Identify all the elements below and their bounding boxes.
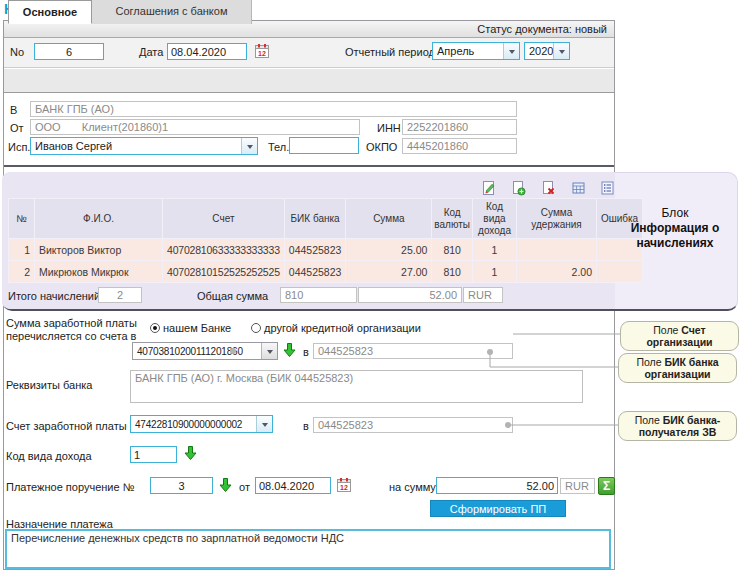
totals-currency-code-field: 810 [280,287,357,303]
to-label: В [10,104,17,117]
col-withhold: Сумма удержания [517,199,597,239]
radio-our-bank[interactable]: нашем Банке [150,322,231,334]
in-label: в [303,420,309,433]
section-divider [4,165,614,167]
generate-payment-order-button[interactable]: Сформировать ПП [430,500,566,517]
transfer-label-line2: перечисляется со счета в [6,330,136,343]
totals-count-field: 2 [98,287,142,303]
inn-label: ИНН [377,122,401,135]
payment-order-label: Платежное поручение № [6,481,134,494]
svg-text:12: 12 [340,484,348,491]
callout-org-bik: Поле БИК банка организации [618,353,737,383]
col-account: Счет [163,199,285,239]
totals-count-label: Итого начислений [8,290,100,303]
tab-strip [4,69,614,93]
salary-bik-field: 044525823 [313,417,513,433]
org-account-select[interactable]: 40703810200111201860 [132,342,278,360]
income-code-label: Код вида дохода [6,450,92,463]
payment-currency-field: RUR [560,478,595,494]
chevron-down-icon[interactable] [553,43,569,59]
edit-row-icon[interactable] [481,180,496,196]
delete-row-icon[interactable] [541,180,556,196]
accruals-table: № Ф.И.О. Счет БИК банка Сумма Код валюты… [8,198,643,283]
salary-account-label: Счет заработной платы [6,420,127,433]
table-header-row: № Ф.И.О. Счет БИК банка Сумма Код валюты… [9,199,643,239]
tab-main[interactable]: Основное [8,0,92,24]
payment-amount-input[interactable] [436,477,558,494]
green-arrow-down-icon[interactable] [218,477,233,493]
green-arrow-down-icon[interactable] [183,445,198,461]
chevron-down-icon[interactable] [241,138,257,154]
amount-label: на сумму [389,481,436,494]
period-year-select[interactable]: 2020 [524,42,570,60]
phone-input[interactable] [289,137,359,154]
payment-date-label: от [239,481,250,494]
to-bank-field: БАНК ГПБ (АО) [30,101,517,117]
executor-label: Исп. [8,141,30,154]
doc-date-label: Дата [139,46,163,59]
payment-date-input[interactable] [255,477,331,494]
from-org-field: ООО Клиент(201860)1 [30,119,360,135]
table-row[interactable]: 1 Викторов Виктор 40702810633333333333 0… [9,239,643,261]
list-view-icon[interactable] [600,180,615,196]
okpo-label: ОКПО [366,141,397,154]
totals-currency-field: RUR [463,287,503,303]
radio-circle [150,323,160,333]
accruals-block-caption: Блок Информация о начислениях [613,206,737,251]
chevron-down-icon[interactable] [261,343,277,359]
from-label: От [10,122,24,135]
phone-label: Тел. [268,141,289,154]
bank-details-field: БАНК ГПБ (АО) г. Москва (БИК 044525823) [130,370,583,403]
doc-date-input[interactable] [167,43,247,60]
table-row[interactable]: 2 Микрюков Микрюк 40702810152525252525 0… [9,261,643,283]
period-month-select[interactable]: Апрель [432,42,520,60]
radio-other-bank[interactable]: другой кредитной организации [251,322,421,334]
callout-recipient-bik: Поле БИК банка-получателя ЗВ [618,411,737,441]
in-label: в [303,346,309,359]
bank-details-label: Реквизиты банка [6,379,92,392]
inn-field: 2252201860 [402,119,517,135]
callout-org-account: Поле Счет организации [620,321,739,351]
okpo-field: 4445201860 [402,138,517,154]
chevron-down-icon[interactable] [503,43,519,59]
payment-order-number-input[interactable] [150,477,213,494]
purpose-textarea[interactable]: Перечисление денежных средств по зарплат… [5,529,611,569]
calendar-icon[interactable]: 12 [336,477,352,493]
svg-text:12: 12 [258,50,266,57]
green-arrow-down-icon[interactable] [282,342,297,358]
doc-number-label: No [10,46,24,59]
from-org-type: ООО [35,121,61,133]
salary-account-select[interactable]: 47422810900000000002 [130,415,273,433]
sum-sigma-button[interactable]: Σ [598,477,615,495]
totals-sum-label: Общая сумма [197,290,268,303]
col-bik: БИК банка [284,199,346,239]
executor-select[interactable]: Иванов Сергей [30,137,258,155]
report-period-label: Отчетный период [345,46,435,59]
import-table-icon[interactable] [571,180,586,196]
totals-amount-field: 52.00 [358,287,462,303]
add-row-icon[interactable] [511,180,526,196]
chevron-down-icon[interactable] [256,416,272,432]
from-org-name: Клиент(201860)1 [82,121,168,133]
col-amount: Сумма [346,199,432,239]
transfer-label-line1: Сумма заработной платы [6,317,137,330]
doc-number-input[interactable] [34,43,104,60]
col-currency-code: Код валюты [432,199,473,239]
col-income-code: Код вида дохода [473,199,517,239]
calendar-icon[interactable]: 12 [254,43,270,59]
org-bik-field: 044525823 [313,343,513,359]
col-num: № [9,199,35,239]
col-fio: Ф.И.О. [35,199,163,239]
income-code-input[interactable] [130,446,177,463]
radio-circle [251,323,261,333]
tab-bank-agreements[interactable]: Соглашения с банком [92,0,252,24]
